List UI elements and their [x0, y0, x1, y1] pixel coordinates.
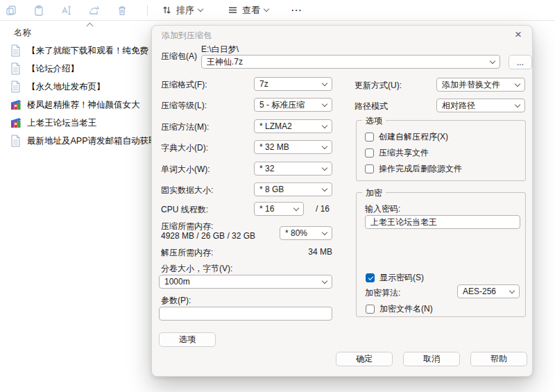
view-button[interactable]: 查看: [221, 4, 275, 17]
password-label: 输入密码:: [365, 203, 400, 215]
file-name: 【永久地址发布页】: [27, 81, 105, 93]
file-list: 【来了就能下载和观看！纯免费！】 【论坛介绍】 【永久地址发布页】 楼凤超精推荐…: [0, 42, 164, 150]
chevron-down-icon: [490, 58, 495, 63]
memory-percent-combobox[interactable]: * 80%: [280, 226, 332, 240]
chevron-down-icon: [322, 143, 327, 148]
method-value: * LZMA2: [259, 121, 292, 131]
archive-path: E:\白日梦\: [201, 44, 239, 56]
solid-size-label: 固实数据大小:: [161, 185, 213, 196]
options-group: 选项 创建自解压程序(X) 压缩共享文件 操作完成后删除源文件: [356, 120, 526, 181]
more-options-button[interactable]: ⋯: [285, 3, 308, 17]
level-combobox[interactable]: 5 - 标准压缩: [254, 98, 332, 112]
list-item[interactable]: 上老王论坛当老王: [0, 114, 164, 132]
chevron-down-icon: [509, 287, 515, 293]
dialog-title: 添加到压缩包: [162, 30, 212, 42]
password-input[interactable]: [365, 215, 520, 229]
checkbox-icon: [365, 148, 374, 157]
format-combobox[interactable]: 7z: [254, 77, 332, 91]
create-sfx-checkbox[interactable]: 创建自解压程序(X): [365, 131, 448, 143]
sort-button[interactable]: 排序: [155, 4, 210, 17]
view-label: 查看: [242, 4, 260, 17]
path-mode-combobox[interactable]: 相对路径: [436, 99, 525, 112]
chevron-down-icon: [515, 101, 520, 107]
add-to-archive-dialog: 添加到压缩包 × 压缩包(A) E:\白日梦\ 王神仙.7z ... 压缩格式(…: [151, 25, 533, 377]
paste-icon[interactable]: [32, 3, 46, 17]
memory-compress-detail: 4928 MB / 26 GB / 32 GB: [161, 231, 255, 241]
checkbox-icon: [366, 273, 375, 282]
cancel-button[interactable]: 取消: [403, 352, 460, 366]
sort-arrows-icon: [162, 5, 172, 15]
cpu-threads-label: CPU 线程数:: [161, 204, 208, 216]
list-item[interactable]: 最新地址及APP请发邮箱自动获取！！！: [0, 132, 164, 150]
chevron-down-icon: [322, 278, 327, 283]
checkbox-icon: [365, 164, 374, 173]
chevron-down-icon: [264, 6, 269, 12]
ok-button[interactable]: 确定: [336, 352, 393, 366]
encryption-method-value: AES-256: [463, 287, 496, 296]
level-label: 压缩等级(L):: [161, 100, 207, 112]
chevron-down-icon: [322, 122, 327, 128]
column-header-name[interactable]: 名称: [14, 27, 31, 39]
update-mode-label: 更新方式(U):: [355, 80, 402, 92]
chevron-down-icon: [515, 80, 520, 86]
volume-size-combobox[interactable]: 1000m: [159, 275, 332, 289]
compress-shared-checkbox[interactable]: 压缩共享文件: [365, 147, 429, 159]
options-group-title: 选项: [362, 115, 386, 127]
format-label: 压缩格式(F):: [161, 79, 207, 91]
encrypt-filenames-checkbox[interactable]: 加密文件名(N): [366, 303, 433, 315]
chevron-down-icon: [322, 80, 327, 85]
dictionary-value: * 32 MB: [259, 142, 289, 152]
list-item[interactable]: 【来了就能下载和观看！纯免费！】: [0, 42, 164, 60]
close-icon[interactable]: ×: [510, 27, 527, 42]
toolbar-separator: [147, 5, 148, 16]
encryption-method-combobox[interactable]: AES-256: [457, 284, 520, 298]
archive-name-combobox[interactable]: 王神仙.7z: [201, 55, 500, 69]
word-size-combobox[interactable]: * 32: [254, 162, 332, 176]
delete-after-checkbox[interactable]: 操作完成后删除源文件: [365, 163, 462, 175]
rename-icon[interactable]: [60, 3, 74, 17]
view-lines-icon: [228, 5, 238, 15]
browse-button[interactable]: ...: [509, 55, 532, 69]
share-icon[interactable]: [87, 3, 101, 17]
word-size-label: 单词大小(W):: [161, 164, 210, 176]
list-item[interactable]: 【永久地址发布页】: [0, 78, 164, 96]
memory-decompress-value: 34 MB: [289, 247, 332, 257]
options-button[interactable]: 选项: [159, 332, 216, 347]
encryption-group-title: 加密: [362, 187, 386, 199]
volume-size-label: 分卷大小，字节(V):: [161, 263, 232, 275]
dictionary-combobox[interactable]: * 32 MB: [254, 140, 332, 154]
memory-percent-value: * 80%: [285, 228, 307, 238]
create-sfx-label: 创建自解压程序(X): [379, 131, 448, 143]
update-mode-combobox[interactable]: 添加并替换文件: [436, 78, 525, 92]
screen: 排序 查看 ⋯ 名称 【来了就能下载和观看！纯免费！】 【: [0, 0, 555, 392]
sort-label: 排序: [176, 4, 194, 17]
parameters-label: 参数(P):: [161, 295, 191, 307]
copy-icon[interactable]: [4, 3, 18, 17]
show-password-checkbox[interactable]: 显示密码(S): [366, 272, 424, 284]
encrypt-filenames-label: 加密文件名(N): [379, 303, 433, 315]
show-password-label: 显示密码(S): [379, 272, 424, 284]
method-combobox[interactable]: * LZMA2: [254, 119, 332, 133]
help-button[interactable]: 帮助: [470, 352, 527, 366]
compress-shared-label: 压缩共享文件: [379, 147, 429, 159]
delete-icon[interactable]: [115, 3, 129, 17]
file-name: 楼凤超精推荐！神仙颜值女大: [27, 99, 140, 111]
cpu-threads-combobox[interactable]: * 16: [254, 202, 304, 216]
level-value: 5 - 标准压缩: [259, 99, 305, 111]
word-size-value: * 32: [259, 164, 274, 173]
memory-decompress-label: 解压所需内存:: [161, 247, 213, 259]
delete-after-label: 操作完成后删除源文件: [379, 163, 462, 175]
solid-size-combobox[interactable]: * 8 GB: [254, 182, 332, 196]
parameters-input[interactable]: [159, 307, 332, 321]
document-icon: [10, 44, 22, 57]
archive-icon: [10, 99, 22, 111]
archive-name-value: 王神仙.7z: [207, 56, 243, 68]
file-name: 【来了就能下载和观看！纯免费！】: [27, 45, 166, 57]
chevron-down-icon: [198, 6, 203, 12]
list-item[interactable]: 【论坛介绍】: [0, 60, 164, 78]
dictionary-label: 字典大小(D):: [161, 142, 208, 154]
list-item[interactable]: 楼凤超精推荐！神仙颜值女大: [0, 96, 164, 114]
path-mode-label: 路径模式: [355, 101, 388, 112]
chevron-down-icon: [293, 205, 299, 210]
document-icon: [10, 80, 22, 93]
